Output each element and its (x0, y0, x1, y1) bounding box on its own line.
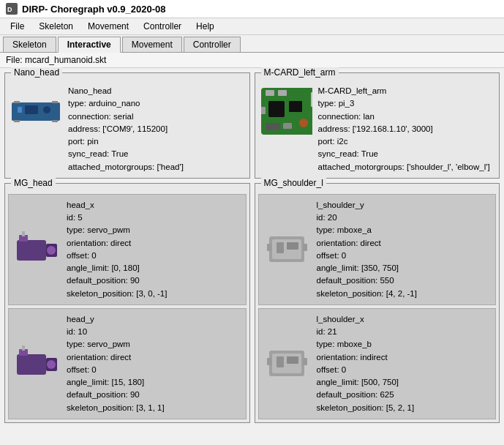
mcard-type: type: pi_3 (318, 97, 490, 110)
motor-card-head-x: head_x id: 5 type: servo_pwm orientation… (8, 194, 247, 305)
tab-interactive[interactable]: Interactive (58, 37, 121, 53)
motor-head-y-id: id: 10 (67, 326, 165, 338)
menu-skeleton[interactable]: Skeleton (31, 20, 80, 33)
motor-shoulder-y-default: default_position: 550 (317, 274, 417, 287)
motor-head-x-name: head_x (67, 199, 167, 212)
mcard-image (260, 85, 312, 138)
app-title: DIRP- Choregraph v0.9_2020-08 (22, 4, 166, 15)
menu-controller[interactable]: Controller (136, 20, 189, 33)
svg-rect-39 (287, 356, 298, 364)
servo-head-y-svg (13, 343, 61, 384)
file-label: File: mcard_humanoid.skt (6, 55, 106, 65)
mcard-motorgroups: attached_motorgroups: ['shoulder_l', 'el… (318, 161, 490, 173)
svg-rect-33 (287, 242, 298, 250)
svg-point-22 (47, 246, 56, 255)
mg-shoulder-inner: l_shoulder_y id: 20 type: mboxe_a orient… (255, 191, 500, 422)
mbox-shoulder-y-svg (263, 229, 311, 269)
panel-mcard-title: M-CARD_left_arm (261, 67, 339, 78)
panel-mg-head: MG_head head_x id: 5 type: servo_pwm ori… (4, 183, 250, 423)
nano-head-connection: connection: serial (68, 111, 184, 123)
motor-head-y-orientation: orientation: direct (67, 351, 165, 364)
panel-nano-head-title: Nano_head (11, 67, 62, 78)
servo-head-x-svg (13, 229, 61, 269)
nano-head-motorgroups: attached_motorgroups: ['head'] (68, 161, 184, 173)
svg-point-27 (47, 360, 56, 369)
mbox-shoulder-x-svg (263, 343, 311, 384)
motor-head-x-angle: angle_limit: [0, 180] (67, 262, 167, 274)
motor-shoulder-x-offset: offset: 0 (317, 364, 415, 376)
svg-rect-41 (303, 358, 307, 365)
motor-head-y-info: head_y id: 10 type: servo_pwm orientatio… (67, 313, 165, 414)
motor-shoulder-y-orientation: orientation: direct (317, 237, 417, 250)
motor-shoulder-y-info: l_shoulder_y id: 20 type: mboxe_a orient… (317, 199, 417, 300)
motor-shoulder-y-type: type: mboxe_a (317, 224, 417, 236)
menu-movement[interactable]: Movement (80, 20, 136, 33)
panel-mg-shoulder-title: MG_shoulder_l (261, 178, 326, 188)
mcard-sync: sync_read: True (318, 148, 490, 160)
motor-head-x-type: type: servo_pwm (67, 224, 167, 236)
mg-head-inner: head_x id: 5 type: servo_pwm orientation… (5, 191, 249, 422)
motor-head-y-default: default_position: 90 (67, 389, 165, 401)
svg-rect-20 (17, 240, 46, 261)
svg-point-16 (299, 119, 308, 127)
tab-skeleton[interactable]: Skeleton (3, 37, 56, 52)
svg-rect-25 (17, 354, 46, 375)
arduino-nano-svg (10, 99, 61, 124)
svg-rect-3 (14, 101, 20, 103)
motor-shoulder-x-default: default_position: 625 (317, 389, 415, 401)
motor-head-y-type: type: servo_pwm (67, 338, 165, 351)
motor-head-x-default: default_position: 90 (67, 274, 167, 287)
motor-shoulder-x-skeleton: skeleton_position: [5, 2, 1] (317, 402, 415, 414)
nano-head-address: address: ['COM9', 115200] (68, 123, 184, 135)
panel-mg-shoulder-l: MG_shoulder_l l_shoulder_y id: 20 type: … (255, 183, 500, 423)
motor-shoulder-x-orientation: orientation: indirect (317, 351, 415, 364)
svg-rect-6 (52, 120, 58, 122)
svg-rect-13 (311, 92, 312, 107)
tab-bar: Skeleton Interactive Movement Controller (0, 35, 504, 53)
svg-rect-19 (261, 107, 266, 114)
panel-mg-head-title: MG_head (11, 178, 56, 188)
menu-file[interactable]: File (3, 20, 31, 33)
motor-shoulder-y-skeleton: skeleton_position: [4, 2, -1] (317, 288, 417, 300)
tab-controller[interactable]: Controller (184, 37, 241, 52)
nano-head-name: Nano_head (68, 85, 184, 97)
mcard-address: address: ['192.168.1.10', 3000] (318, 123, 490, 135)
motor-head-x-info: head_x id: 5 type: servo_pwm orientation… (67, 199, 167, 300)
svg-rect-29 (22, 345, 25, 351)
svg-rect-9 (18, 107, 22, 113)
motor-shoulder-y-name: l_shoulder_y (317, 199, 417, 212)
motor-head-x-offset: offset: 0 (67, 250, 167, 262)
title-bar: D DIRP- Choregraph v0.9_2020-08 (0, 0, 504, 18)
svg-rect-17 (266, 123, 280, 130)
tab-movement[interactable]: Movement (122, 37, 182, 52)
motor-head-y-name: head_y (67, 313, 165, 326)
svg-rect-14 (268, 101, 285, 117)
motor-head-x-id: id: 5 (67, 212, 167, 224)
svg-rect-5 (14, 120, 20, 122)
svg-rect-7 (25, 105, 38, 114)
motor-card-shoulder-y: l_shoulder_y id: 20 type: mboxe_a orient… (258, 194, 497, 305)
motor-head-y-offset: offset: 0 (67, 364, 165, 376)
svg-rect-34 (267, 244, 271, 251)
motor-card-head-y: head_y id: 10 type: servo_pwm orientatio… (8, 308, 247, 419)
svg-rect-11 (266, 90, 274, 96)
file-bar: File: mcard_humanoid.skt (0, 53, 504, 68)
nano-head-type: type: arduino_nano (68, 97, 184, 110)
menu-help[interactable]: Help (189, 20, 222, 33)
svg-rect-12 (278, 90, 287, 96)
motor-head-x-orientation: orientation: direct (67, 237, 167, 250)
motor-shoulder-y-id: id: 20 (317, 212, 417, 224)
nano-head-port: port: pin (68, 135, 184, 148)
motor-shoulder-x-angle: angle_limit: [500, 750] (317, 376, 415, 389)
motor-shoulder-x-type: type: mboxe_b (317, 338, 415, 351)
mcard-info: M-CARD_left_arm type: pi_3 connection: l… (318, 85, 490, 173)
motor-shoulder-x-name: l_shoulder_x (317, 313, 415, 326)
motor-shoulder-x-info: l_shoulder_x id: 21 type: mboxe_b orient… (317, 313, 415, 414)
svg-rect-38 (277, 356, 284, 367)
menu-bar: File Skeleton Movement Controller Help (0, 18, 504, 35)
nano-head-info: Nano_head type: arduino_nano connection:… (68, 85, 184, 173)
motor-shoulder-x-id: id: 21 (317, 326, 415, 338)
svg-rect-24 (22, 231, 25, 236)
motor-shoulder-y-offset: offset: 0 (317, 250, 417, 262)
app-icon: D (6, 3, 18, 15)
